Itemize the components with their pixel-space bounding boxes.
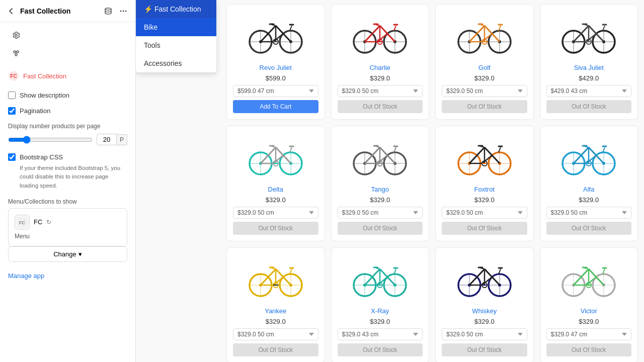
product-image (442, 132, 527, 183)
bootstrap-section: Bootstrap CSS If your theme included Boo… (8, 153, 127, 190)
variant-select[interactable]: $329.0 50 cm (442, 328, 527, 340)
product-name-link[interactable]: Siva Juliet (574, 64, 604, 71)
settings-content: Show description Pagination Display numb… (0, 85, 135, 268)
show-description-row: Show description (8, 92, 127, 99)
product-image (442, 11, 527, 61)
menu-box: FC FC ↻ Menu (8, 208, 127, 246)
product-name-link[interactable]: Whiskey (472, 307, 497, 315)
dropdown-item-tools[interactable]: Tools (136, 36, 216, 54)
product-card: Foxtrot $329.0 $329.0 50 cm Out Of Stock (435, 126, 534, 241)
product-image (233, 11, 318, 61)
product-price: $429.0 (579, 74, 599, 82)
svg-point-6 (15, 54, 17, 56)
sub-header-label: Fast Collection (23, 72, 66, 80)
variant-select[interactable]: $329.0 50 cm (442, 207, 527, 219)
product-image (546, 254, 632, 304)
out-of-stock-button: Out Of Stock (338, 100, 423, 113)
product-image (338, 132, 423, 183)
manage-app-link[interactable]: Manage app (8, 272, 127, 280)
pagination-label: Pagination (20, 107, 50, 115)
variant-select[interactable]: $329.0 50 cm (338, 85, 423, 97)
product-name-link[interactable]: Delta (268, 186, 283, 193)
add-to-cart-button[interactable]: Add To Cart (233, 100, 318, 113)
product-name-link[interactable]: X-Ray (371, 307, 389, 315)
product-price: $329.0 (474, 196, 495, 204)
out-of-stock-button: Out Of Stock (233, 343, 318, 356)
products-per-page-slider[interactable] (8, 136, 93, 144)
product-name-link[interactable]: Foxtrot (474, 186, 495, 193)
product-card: Golf $329.0 $329.0 50 cm Out Of Stock (435, 4, 534, 120)
database-icon-button[interactable] (102, 5, 114, 17)
refresh-icon[interactable]: ↻ (46, 219, 51, 226)
dropdown-item-accessories[interactable]: Accessories (136, 54, 216, 72)
svg-text:FC: FC (19, 220, 25, 225)
sidebar-nav (0, 22, 135, 66)
sidebar-nav-group[interactable] (4, 45, 131, 61)
main-content: ⚡ Fast Collection Bike Tools Accessories (136, 0, 644, 362)
fc-label: FC (34, 218, 42, 226)
product-name-link[interactable]: Revo Juliet (260, 64, 292, 71)
products-per-page-input[interactable] (97, 134, 117, 145)
svg-point-1 (120, 10, 122, 12)
svg-text:FC: FC (10, 73, 17, 79)
product-card: X-Ray $329.0 $329.0 43 cm Out Of Stock (331, 247, 430, 362)
svg-line-210 (261, 269, 276, 285)
product-image (233, 132, 318, 183)
product-card: Charlie $329.0 $329.0 50 cm Out Of Stock (331, 4, 430, 120)
product-name-link[interactable]: Victor (581, 307, 597, 315)
product-name-link[interactable]: Alfa (583, 186, 594, 193)
bootstrap-label: Bootstrap CSS (20, 153, 63, 161)
out-of-stock-button: Out Of Stock (546, 222, 632, 235)
display-number-label: Display number products per page (8, 123, 127, 130)
sub-header: FC Fast Collection (0, 66, 135, 85)
fast-collection-icon: FC (8, 70, 19, 81)
variant-select[interactable]: $429.0 43 cm (546, 85, 632, 97)
bootstrap-note: If your theme included Bootstrap 5, you … (20, 164, 127, 190)
sidebar-header: Fast Collection (0, 0, 135, 22)
variant-select[interactable]: $329.0 50 cm (338, 207, 423, 219)
svg-line-72 (469, 26, 485, 42)
product-price: $329.0 (266, 196, 286, 204)
product-price: $329.0 (370, 318, 390, 325)
svg-line-233 (365, 269, 380, 285)
product-image (233, 254, 318, 304)
variant-select[interactable]: $329.0 50 cm (442, 85, 527, 97)
bootstrap-checkbox[interactable] (8, 153, 16, 161)
svg-line-26 (261, 26, 276, 42)
product-image (546, 132, 632, 183)
variant-select[interactable]: $329.0 50 cm (233, 328, 318, 340)
variant-select[interactable]: $329.0 43 cm (338, 328, 423, 340)
show-description-checkbox[interactable] (8, 92, 16, 99)
pagination-row: Pagination (8, 107, 127, 115)
svg-point-5 (17, 51, 19, 53)
menu-section-label: Menu/Collections to show (8, 198, 127, 205)
svg-line-279 (574, 269, 589, 285)
product-name-link[interactable]: Charlie (370, 64, 390, 71)
back-button[interactable] (6, 6, 16, 16)
out-of-stock-button: Out Of Stock (442, 343, 527, 356)
more-options-button[interactable] (117, 5, 129, 17)
svg-point-4 (14, 51, 16, 53)
sidebar-nav-gear[interactable] (4, 27, 131, 43)
pagination-checkbox[interactable] (8, 107, 16, 115)
svg-line-187 (574, 147, 589, 163)
variant-select[interactable]: $329.0 47 cm (546, 328, 632, 340)
chevron-down-icon: ▾ (78, 250, 82, 258)
dropdown-overlay: ⚡ Fast Collection Bike Tools Accessories (136, 0, 216, 72)
product-card: Whiskey $329.0 $329.0 50 cm Out Of Stock (435, 247, 534, 362)
number-input-box: P (97, 134, 127, 145)
svg-line-49 (365, 26, 380, 42)
product-name-link[interactable]: Golf (478, 64, 491, 71)
product-name-link[interactable]: Tango (371, 186, 389, 193)
sidebar: Fast Collection FC Fast Collection Show … (0, 0, 136, 362)
change-button[interactable]: Change ▾ (8, 246, 127, 262)
product-name-link[interactable]: Yankee (265, 307, 286, 315)
fc-box-icon: FC (15, 215, 30, 230)
svg-line-95 (574, 26, 589, 42)
variant-select[interactable]: $329.0 50 cm (546, 207, 632, 219)
dropdown-item-fast-collection[interactable]: ⚡ Fast Collection (136, 0, 216, 18)
variant-select[interactable]: $329.0 50 cm (233, 207, 318, 219)
dropdown-item-bike[interactable]: Bike (136, 18, 216, 36)
product-price: $329.0 (370, 196, 390, 204)
variant-select[interactable]: $599.0 47 cm (233, 85, 318, 97)
